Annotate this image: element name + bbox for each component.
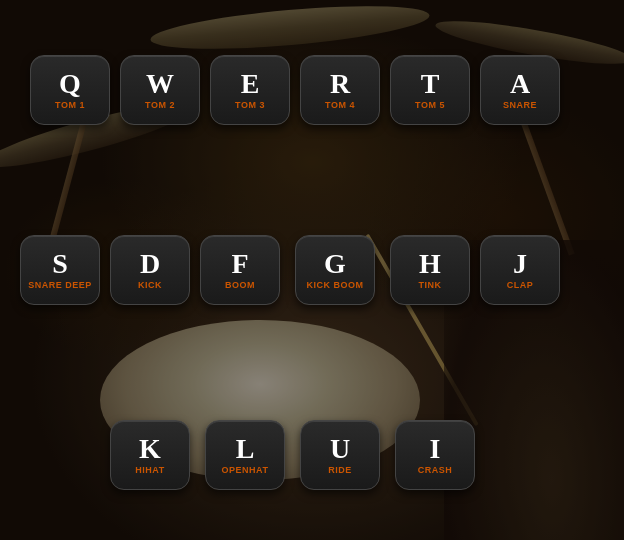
- key-e[interactable]: E TOM 3: [210, 55, 290, 125]
- key-t[interactable]: T TOM 5: [390, 55, 470, 125]
- key-w[interactable]: W TOM 2: [120, 55, 200, 125]
- key-s[interactable]: S SNARE DEEP: [20, 235, 100, 305]
- key-l-letter: L: [236, 435, 255, 463]
- key-e-letter: E: [241, 70, 260, 98]
- keys-container: Q TOM 1 W TOM 2 E TOM 3 R TOM 4 T TOM 5 …: [0, 0, 624, 540]
- key-q-label: TOM 1: [55, 100, 85, 110]
- key-j-label: CLAP: [507, 280, 534, 290]
- key-a-letter: A: [510, 70, 530, 98]
- key-a-label: SNARE: [503, 100, 537, 110]
- key-a[interactable]: A SNARE: [480, 55, 560, 125]
- key-i-letter: I: [430, 435, 441, 463]
- key-t-letter: T: [421, 70, 440, 98]
- key-r-label: TOM 4: [325, 100, 355, 110]
- key-l-label: OPENHAT: [222, 465, 269, 475]
- key-t-label: TOM 5: [415, 100, 445, 110]
- key-u[interactable]: U RIDE: [300, 420, 380, 490]
- key-g-label: KICK BOOM: [307, 280, 364, 290]
- key-r-letter: R: [330, 70, 350, 98]
- key-g[interactable]: G KICK BOOM: [295, 235, 375, 305]
- key-j-letter: J: [513, 250, 527, 278]
- key-s-label: SNARE DEEP: [28, 280, 92, 290]
- key-d-letter: D: [140, 250, 160, 278]
- key-h-letter: H: [419, 250, 441, 278]
- key-k-letter: K: [139, 435, 161, 463]
- key-l[interactable]: L OPENHAT: [205, 420, 285, 490]
- key-d-label: KICK: [138, 280, 162, 290]
- key-e-label: TOM 3: [235, 100, 265, 110]
- key-k-label: HIHAT: [135, 465, 164, 475]
- key-g-letter: G: [324, 250, 346, 278]
- key-q[interactable]: Q TOM 1: [30, 55, 110, 125]
- key-u-label: RIDE: [328, 465, 352, 475]
- key-r[interactable]: R TOM 4: [300, 55, 380, 125]
- key-i[interactable]: I CRASH: [395, 420, 475, 490]
- key-q-letter: Q: [59, 70, 81, 98]
- key-w-letter: W: [146, 70, 174, 98]
- key-h[interactable]: H TINK: [390, 235, 470, 305]
- key-d[interactable]: D KICK: [110, 235, 190, 305]
- key-i-label: CRASH: [418, 465, 453, 475]
- key-f-label: BOOM: [225, 280, 255, 290]
- key-j[interactable]: J CLAP: [480, 235, 560, 305]
- key-f-letter: F: [231, 250, 248, 278]
- key-k[interactable]: K HIHAT: [110, 420, 190, 490]
- key-h-label: TINK: [419, 280, 442, 290]
- key-s-letter: S: [52, 250, 68, 278]
- key-w-label: TOM 2: [145, 100, 175, 110]
- key-u-letter: U: [330, 435, 350, 463]
- key-f[interactable]: F BOOM: [200, 235, 280, 305]
